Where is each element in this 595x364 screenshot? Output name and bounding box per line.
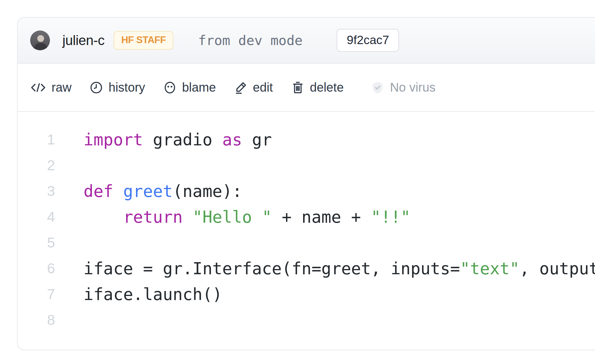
commit-header: julien-c HF STAFF from dev mode 9f2cac7 <box>18 18 595 64</box>
commit-message: from dev mode <box>198 33 303 48</box>
code-token: , outputs= <box>520 259 595 278</box>
code-token: def <box>84 182 113 201</box>
code-token: gr <box>242 130 272 149</box>
line-number: 1 <box>18 127 55 152</box>
avatar[interactable] <box>30 30 50 50</box>
avatar-photo <box>30 30 50 50</box>
line-number: 7 <box>18 281 55 307</box>
raw-label: raw <box>52 80 71 94</box>
line-number: 6 <box>18 256 55 281</box>
code-token: iface.launch() <box>84 285 222 304</box>
username-link[interactable]: julien-c <box>62 33 104 48</box>
code-token <box>113 182 123 201</box>
line-number: 2 <box>18 152 55 178</box>
code-line-content: def greet(name): <box>84 178 242 204</box>
history-button[interactable]: history <box>89 80 145 94</box>
code-line-content: iface = gr.Interface(fn=greet, inputs="t… <box>84 256 595 281</box>
commit-hash-button[interactable]: 9f2cac7 <box>337 29 399 52</box>
edit-button[interactable]: edit <box>234 80 273 94</box>
line-number: 4 <box>18 204 55 230</box>
code-token: "!!" <box>371 207 411 226</box>
code-line-content: iface.launch() <box>84 281 222 307</box>
code-token: greet <box>123 182 173 201</box>
clock-icon <box>89 81 103 94</box>
code-token: "Hello " <box>193 207 272 226</box>
blame-face-icon <box>163 81 177 94</box>
code-token: return <box>123 207 183 226</box>
line-number: 5 <box>18 230 55 256</box>
code-line: 5 <box>18 230 595 256</box>
virus-scan-status: No virus <box>370 80 436 95</box>
trash-icon <box>291 81 305 94</box>
code-token: iface = gr.Interface(fn=greet, inputs= <box>84 259 460 278</box>
code-line: 2 <box>18 152 595 178</box>
blame-label: blame <box>182 80 216 94</box>
code-line: 4 return "Hello " + name + "!!" <box>18 204 595 230</box>
hf-staff-badge: HF STAFF <box>114 31 173 50</box>
file-viewer-card: julien-c HF STAFF from dev mode 9f2cac7 … <box>17 17 595 350</box>
code-viewer: 1import gradio as gr23def greet(name):4 … <box>18 112 595 350</box>
line-number: 8 <box>18 307 55 333</box>
virus-status-label: No virus <box>390 80 436 94</box>
edit-label: edit <box>253 80 273 94</box>
code-line: 3def greet(name): <box>18 178 595 204</box>
code-token: as <box>222 130 242 149</box>
code-icon <box>30 81 46 94</box>
history-label: history <box>108 80 145 94</box>
delete-label: delete <box>310 80 344 94</box>
code-line: 8 <box>18 307 595 333</box>
code-token: + name + <box>272 207 371 226</box>
shield-check-icon <box>370 80 385 95</box>
code-line-content: return "Hello " + name + "!!" <box>84 204 411 230</box>
code-line-content: import gradio as gr <box>84 127 272 152</box>
code-token: "text" <box>460 259 520 278</box>
code-line: 6iface = gr.Interface(fn=greet, inputs="… <box>18 256 595 281</box>
code-token: gradio <box>143 130 222 149</box>
pencil-icon <box>234 81 248 94</box>
code-token: (name): <box>173 182 242 201</box>
delete-button[interactable]: delete <box>291 80 344 94</box>
code-line: 1import gradio as gr <box>18 127 595 152</box>
code-token <box>84 207 123 226</box>
line-number: 3 <box>18 178 55 204</box>
raw-button[interactable]: raw <box>30 80 71 94</box>
blame-button[interactable]: blame <box>163 80 216 94</box>
code-line: 7iface.launch() <box>18 281 595 307</box>
code-token: import <box>84 130 143 149</box>
code-token <box>183 207 193 226</box>
file-toolbar: raw history blame edit <box>18 64 595 112</box>
